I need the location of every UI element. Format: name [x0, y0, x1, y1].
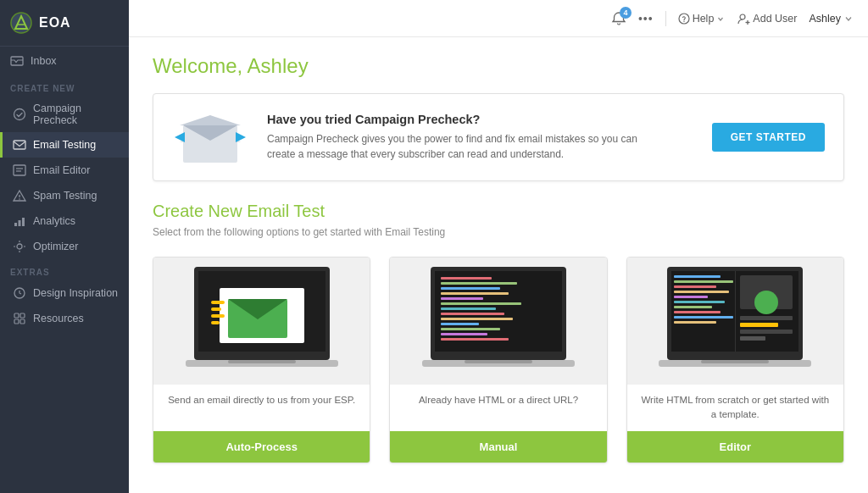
svg-rect-68 [674, 311, 721, 313]
manual-card: Already have HTML or a direct URL? Manua… [389, 257, 607, 463]
sidebar-item-label: Spam Testing [33, 190, 97, 202]
svg-rect-76 [740, 330, 793, 334]
notification-count: 4 [620, 7, 632, 19]
design-icon [13, 286, 26, 300]
user-chevron-icon [844, 14, 853, 23]
svg-rect-53 [441, 323, 479, 325]
sidebar: EOA Inbox CREATE NEW Campaign Precheck E… [0, 0, 129, 493]
svg-rect-77 [740, 336, 765, 341]
svg-rect-65 [674, 296, 708, 298]
sidebar-item-optimizer[interactable]: Optimizer [0, 234, 129, 259]
svg-rect-48 [441, 297, 483, 300]
get-started-button[interactable]: GET STARTED [712, 123, 825, 152]
sidebar-item-analytics[interactable]: Analytics [0, 208, 129, 234]
manual-description: Already have HTML or a direct URL? [407, 385, 590, 422]
svg-rect-61 [674, 275, 721, 278]
sidebar-item-label: Design Inspiration [33, 287, 118, 299]
svg-rect-56 [441, 338, 509, 341]
svg-rect-75 [740, 323, 778, 327]
main-area: 4 ••• Help Add User [129, 0, 868, 493]
eoa-logo-icon [10, 12, 32, 34]
section-title: Create New Email Test [153, 202, 844, 221]
topbar-divider [665, 11, 666, 26]
svg-rect-50 [441, 307, 496, 310]
svg-rect-36 [211, 301, 225, 304]
precheck-icon [13, 108, 26, 121]
precheck-banner: Have you tried Campaign Precheck? Campai… [153, 93, 844, 181]
svg-point-21 [683, 20, 684, 21]
sidebar-item-label: Email Testing [33, 139, 96, 151]
svg-rect-16 [14, 313, 19, 318]
svg-rect-37 [211, 307, 221, 311]
editor-button[interactable]: Editor [627, 431, 843, 463]
add-user-button[interactable]: Add User [737, 12, 797, 25]
sidebar-item-resources[interactable]: Resources [0, 306, 129, 331]
notification-bell-button[interactable]: 4 [611, 11, 626, 26]
editor-image [627, 258, 843, 385]
svg-marker-28 [175, 132, 185, 142]
svg-rect-64 [674, 291, 729, 293]
svg-point-4 [14, 109, 25, 120]
auto-process-description: Send an email directly to us from your E… [156, 385, 367, 422]
section-title-prefix: Create New [153, 202, 247, 220]
sidebar-item-campaign-precheck[interactable]: Campaign Precheck [0, 97, 129, 132]
svg-point-20 [679, 14, 689, 24]
manual-button[interactable]: Manual [390, 431, 606, 463]
svg-marker-27 [180, 115, 241, 125]
sidebar-item-label: Analytics [33, 215, 75, 227]
analytics-icon [13, 214, 26, 228]
svg-rect-54 [441, 328, 500, 330]
svg-rect-52 [441, 318, 513, 320]
topbar: 4 ••• Help Add User [129, 0, 868, 37]
banner-description: Campaign Precheck gives you the power to… [267, 131, 657, 162]
svg-point-73 [754, 291, 778, 314]
more-options-button[interactable]: ••• [638, 12, 654, 25]
svg-point-22 [740, 14, 745, 19]
add-user-label: Add User [753, 13, 797, 25]
welcome-name: Ashley [248, 54, 309, 77]
svg-rect-44 [441, 277, 492, 280]
editor-illustration [650, 258, 820, 384]
inbox-icon [10, 54, 24, 68]
svg-rect-63 [674, 285, 716, 288]
auto-process-illustration [177, 258, 347, 384]
svg-rect-38 [211, 314, 225, 318]
spam-icon [13, 189, 26, 202]
extras-label: EXTRAS [0, 259, 129, 280]
add-user-icon [737, 12, 750, 25]
svg-rect-55 [441, 333, 487, 335]
svg-rect-19 [20, 319, 25, 324]
editor-card: Write HTML from scratch or get started w… [626, 257, 844, 463]
sidebar-item-label: Campaign Precheck [33, 102, 119, 126]
svg-rect-39 [211, 321, 220, 324]
sidebar-item-design-inspiration[interactable]: Design Inspiration [0, 280, 129, 306]
svg-rect-49 [441, 302, 521, 305]
help-chevron-icon [716, 14, 725, 23]
svg-rect-58 [465, 360, 532, 363]
manual-image [390, 258, 606, 385]
user-menu-button[interactable]: Ashley [809, 13, 853, 25]
create-new-label: CREATE NEW [0, 75, 129, 97]
svg-rect-5 [14, 141, 25, 149]
email-icon [13, 138, 26, 152]
sidebar-item-spam-testing[interactable]: Spam Testing [0, 183, 129, 208]
sidebar-item-label: Resources [33, 313, 84, 324]
svg-rect-62 [674, 280, 733, 283]
auto-process-image [153, 258, 370, 385]
svg-point-11 [19, 198, 20, 200]
svg-rect-67 [674, 306, 712, 308]
svg-rect-6 [14, 165, 25, 175]
optimizer-icon [13, 240, 26, 253]
editor-description: Write HTML from scratch or get started w… [627, 385, 843, 431]
help-button[interactable]: Help [678, 13, 726, 25]
auto-process-button[interactable]: Auto-Process [153, 431, 370, 463]
sidebar-item-inbox[interactable]: Inbox [0, 47, 129, 75]
resources-icon [13, 312, 26, 325]
auto-process-card: Send an email directly to us from your E… [153, 257, 370, 463]
sidebar-item-email-editor[interactable]: Email Editor [0, 158, 129, 183]
sidebar-item-email-testing[interactable]: Email Testing [0, 132, 129, 158]
sidebar-logo[interactable]: EOA [0, 0, 129, 47]
help-label: Help [693, 13, 715, 25]
sidebar-item-label: Email Editor [33, 164, 90, 176]
svg-rect-71 [735, 271, 736, 352]
